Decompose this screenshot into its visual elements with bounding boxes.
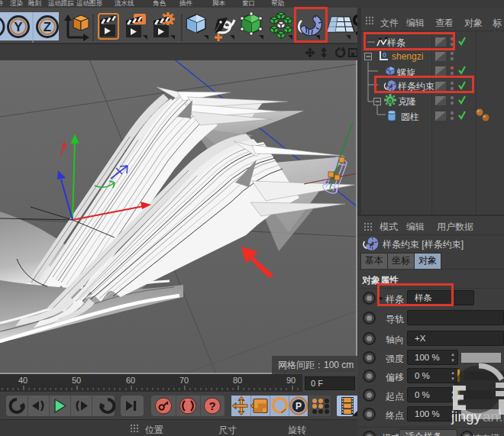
svg-text:80: 80 bbox=[233, 376, 242, 385]
svg-text:50: 50 bbox=[72, 376, 81, 385]
svg-text:?: ? bbox=[208, 399, 215, 412]
svg-text:网格间距：100 cm: 网格间距：100 cm bbox=[278, 360, 354, 370]
svg-text:jingy: jingy bbox=[451, 409, 482, 425]
svg-text:60: 60 bbox=[126, 376, 135, 385]
svg-text:90: 90 bbox=[286, 376, 296, 385]
svg-text:0: 0 bbox=[388, 97, 392, 105]
svg-text:0: 0 bbox=[383, 51, 386, 59]
svg-text:Z: Z bbox=[44, 20, 51, 34]
svg-text:70: 70 bbox=[179, 376, 189, 385]
svg-text:40: 40 bbox=[18, 376, 27, 385]
svg-text:an.b: an.b bbox=[483, 409, 504, 425]
svg-text:Y: Y bbox=[14, 20, 23, 34]
svg-text:P: P bbox=[296, 401, 302, 412]
